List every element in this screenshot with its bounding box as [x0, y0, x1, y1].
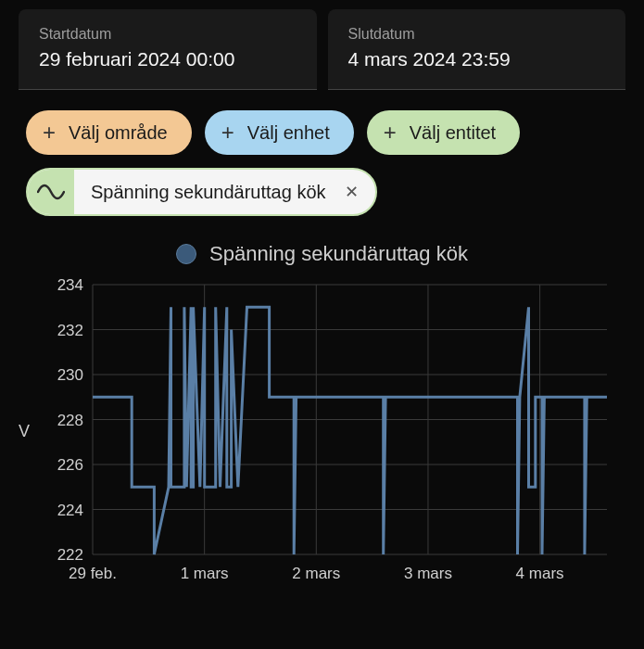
svg-text:224: 224	[57, 502, 83, 519]
legend-label: Spänning sekundäruttag kök	[209, 242, 468, 266]
start-date-label: Startdatum	[39, 26, 297, 43]
svg-text:29 feb.: 29 feb.	[69, 565, 117, 582]
choose-device-button[interactable]: + Välj enhet	[205, 110, 354, 155]
svg-text:3 mars: 3 mars	[404, 565, 452, 582]
history-chart: 22222422622823023223429 feb.1 mars2 mars…	[19, 277, 625, 588]
selected-entity-chip[interactable]: Spänning sekundäruttag kök ✕	[26, 168, 377, 216]
choose-area-button[interactable]: + Välj område	[26, 110, 192, 155]
choose-device-label: Välj enhet	[247, 122, 330, 144]
svg-text:234: 234	[57, 277, 83, 294]
svg-text:226: 226	[57, 456, 83, 474]
svg-text:228: 228	[57, 412, 83, 429]
end-date-picker[interactable]: Slutdatum 4 mars 2024 23:59	[328, 9, 626, 90]
svg-text:222: 222	[57, 546, 83, 564]
choose-entity-button[interactable]: + Välj entitet	[367, 110, 520, 155]
selected-entity-label: Spänning sekundäruttag kök	[74, 182, 339, 203]
y-axis-unit: V	[19, 421, 30, 440]
svg-text:230: 230	[57, 366, 83, 384]
start-date-value: 29 februari 2024 00:00	[39, 48, 297, 70]
svg-text:4 mars: 4 mars	[516, 565, 564, 582]
choose-area-label: Välj område	[69, 122, 168, 144]
plus-icon: +	[43, 121, 56, 144]
remove-entity-button[interactable]: ✕	[339, 182, 375, 202]
end-date-value: 4 mars 2024 23:59	[348, 48, 606, 70]
voltage-icon	[28, 170, 74, 214]
legend-dot-icon	[176, 244, 196, 264]
svg-text:2 mars: 2 mars	[292, 565, 340, 582]
svg-text:232: 232	[57, 322, 83, 339]
plus-icon: +	[384, 121, 397, 144]
svg-text:1 mars: 1 mars	[181, 565, 229, 582]
start-date-picker[interactable]: Startdatum 29 februari 2024 00:00	[19, 9, 317, 90]
plus-icon: +	[221, 121, 234, 144]
end-date-label: Slutdatum	[348, 26, 606, 43]
choose-entity-label: Välj entitet	[410, 122, 496, 144]
chart-legend: Spänning sekundäruttag kök	[0, 242, 644, 266]
